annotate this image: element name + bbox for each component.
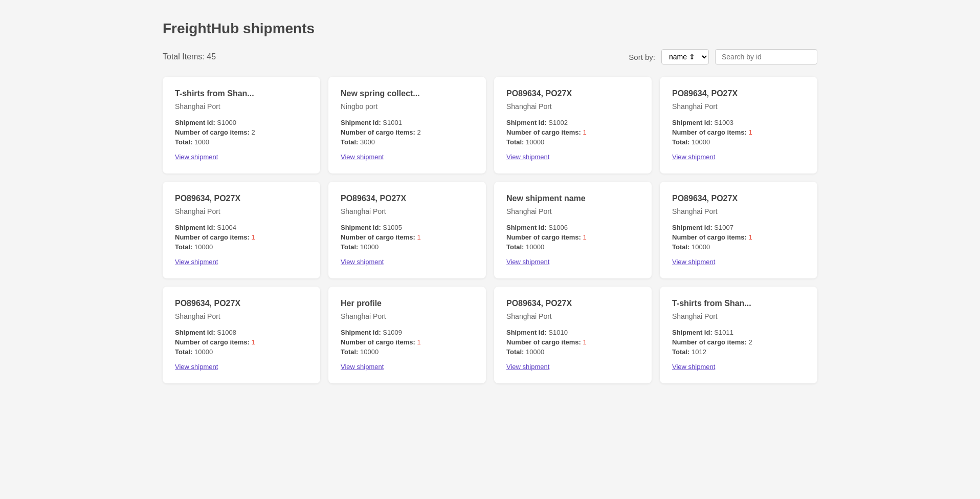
card-cargo-items: Number of cargo items: 1 [506, 338, 639, 346]
card-total: Total: 10000 [506, 138, 639, 146]
card-title: T-shirts from Shan... [175, 89, 308, 98]
card-title: T-shirts from Shan... [672, 299, 805, 308]
card-port: Shanghai Port [175, 312, 308, 320]
card-port: Shanghai Port [175, 102, 308, 111]
card-port: Shanghai Port [175, 207, 308, 215]
shipment-card: Her profile Shanghai Port Shipment id: S… [328, 287, 486, 383]
card-title: PO89634, PO27X [506, 89, 639, 98]
card-title: PO89634, PO27X [341, 194, 474, 203]
card-shipment-id: Shipment id: S1009 [341, 329, 474, 336]
card-shipment-id: Shipment id: S1002 [506, 119, 639, 126]
card-total: Total: 10000 [175, 348, 308, 356]
view-shipment-button[interactable]: View shipment [672, 363, 715, 371]
view-shipment-button[interactable]: View shipment [175, 153, 218, 161]
card-title: PO89634, PO27X [672, 89, 805, 98]
card-total: Total: 10000 [672, 138, 805, 146]
card-total: Total: 10000 [672, 243, 805, 251]
shipment-card: PO89634, PO27X Shanghai Port Shipment id… [660, 182, 817, 278]
card-cargo-items: Number of cargo items: 2 [175, 128, 308, 136]
card-shipment-id: Shipment id: S1006 [506, 224, 639, 231]
card-cargo-items: Number of cargo items: 1 [175, 233, 308, 241]
card-title: PO89634, PO27X [175, 299, 308, 308]
card-shipment-id: Shipment id: S1000 [175, 119, 308, 126]
card-title: PO89634, PO27X [672, 194, 805, 203]
card-total: Total: 10000 [506, 348, 639, 356]
card-cargo-items: Number of cargo items: 2 [341, 128, 474, 136]
view-shipment-button[interactable]: View shipment [341, 153, 384, 161]
card-port: Shanghai Port [341, 312, 474, 320]
total-items: Total Items: 45 [163, 52, 216, 61]
shipment-card: PO89634, PO27X Shanghai Port Shipment id… [660, 77, 817, 173]
card-port: Shanghai Port [672, 102, 805, 111]
card-title: PO89634, PO27X [175, 194, 308, 203]
shipment-card: PO89634, PO27X Shanghai Port Shipment id… [494, 287, 652, 383]
card-cargo-items: Number of cargo items: 1 [341, 338, 474, 346]
card-total: Total: 10000 [341, 348, 474, 356]
sort-label: Sort by: [629, 53, 655, 61]
view-shipment-button[interactable]: View shipment [175, 363, 218, 371]
card-cargo-items: Number of cargo items: 1 [341, 233, 474, 241]
card-cargo-items: Number of cargo items: 1 [506, 128, 639, 136]
shipment-card: PO89634, PO27X Shanghai Port Shipment id… [163, 182, 320, 278]
card-shipment-id: Shipment id: S1010 [506, 329, 639, 336]
shipment-card: T-shirts from Shan... Shanghai Port Ship… [660, 287, 817, 383]
toolbar-right: Sort by: name ⇕ id date [629, 49, 817, 64]
card-total: Total: 1012 [672, 348, 805, 356]
card-title: New spring collect... [341, 89, 474, 98]
card-shipment-id: Shipment id: S1008 [175, 329, 308, 336]
card-total: Total: 10000 [506, 243, 639, 251]
view-shipment-button[interactable]: View shipment [672, 153, 715, 161]
shipment-card: PO89634, PO27X Shanghai Port Shipment id… [328, 182, 486, 278]
card-shipment-id: Shipment id: S1007 [672, 224, 805, 231]
shipment-card: PO89634, PO27X Shanghai Port Shipment id… [163, 287, 320, 383]
card-title: New shipment name [506, 194, 639, 203]
view-shipment-button[interactable]: View shipment [506, 153, 549, 161]
shipments-grid: T-shirts from Shan... Shanghai Port Ship… [163, 77, 817, 383]
card-title: Her profile [341, 299, 474, 308]
card-port: Shanghai Port [506, 312, 639, 320]
card-cargo-items: Number of cargo items: 1 [506, 233, 639, 241]
card-port: Shanghai Port [506, 207, 639, 215]
card-port: Shanghai Port [672, 312, 805, 320]
shipment-card: New spring collect... Ningbo port Shipme… [328, 77, 486, 173]
view-shipment-button[interactable]: View shipment [341, 363, 384, 371]
view-shipment-button[interactable]: View shipment [341, 258, 384, 266]
toolbar: Total Items: 45 Sort by: name ⇕ id date [163, 49, 817, 64]
page-container: FreightHub shipments Total Items: 45 Sor… [132, 0, 848, 404]
card-shipment-id: Shipment id: S1001 [341, 119, 474, 126]
card-cargo-items: Number of cargo items: 1 [672, 128, 805, 136]
card-shipment-id: Shipment id: S1011 [672, 329, 805, 336]
card-port: Shanghai Port [341, 207, 474, 215]
view-shipment-button[interactable]: View shipment [175, 258, 218, 266]
search-input[interactable] [715, 49, 817, 64]
card-title: PO89634, PO27X [506, 299, 639, 308]
card-shipment-id: Shipment id: S1004 [175, 224, 308, 231]
card-cargo-items: Number of cargo items: 1 [175, 338, 308, 346]
card-port: Shanghai Port [672, 207, 805, 215]
card-port: Shanghai Port [506, 102, 639, 111]
view-shipment-button[interactable]: View shipment [506, 258, 549, 266]
shipment-card: New shipment name Shanghai Port Shipment… [494, 182, 652, 278]
view-shipment-button[interactable]: View shipment [506, 363, 549, 371]
card-total: Total: 3000 [341, 138, 474, 146]
card-total: Total: 10000 [175, 243, 308, 251]
card-cargo-items: Number of cargo items: 2 [672, 338, 805, 346]
card-shipment-id: Shipment id: S1003 [672, 119, 805, 126]
card-shipment-id: Shipment id: S1005 [341, 224, 474, 231]
shipment-card: T-shirts from Shan... Shanghai Port Ship… [163, 77, 320, 173]
page-title: FreightHub shipments [163, 20, 817, 37]
view-shipment-button[interactable]: View shipment [672, 258, 715, 266]
card-port: Ningbo port [341, 102, 474, 111]
sort-select[interactable]: name ⇕ id date [661, 49, 709, 64]
card-cargo-items: Number of cargo items: 1 [672, 233, 805, 241]
card-total: Total: 10000 [341, 243, 474, 251]
shipment-card: PO89634, PO27X Shanghai Port Shipment id… [494, 77, 652, 173]
card-total: Total: 1000 [175, 138, 308, 146]
